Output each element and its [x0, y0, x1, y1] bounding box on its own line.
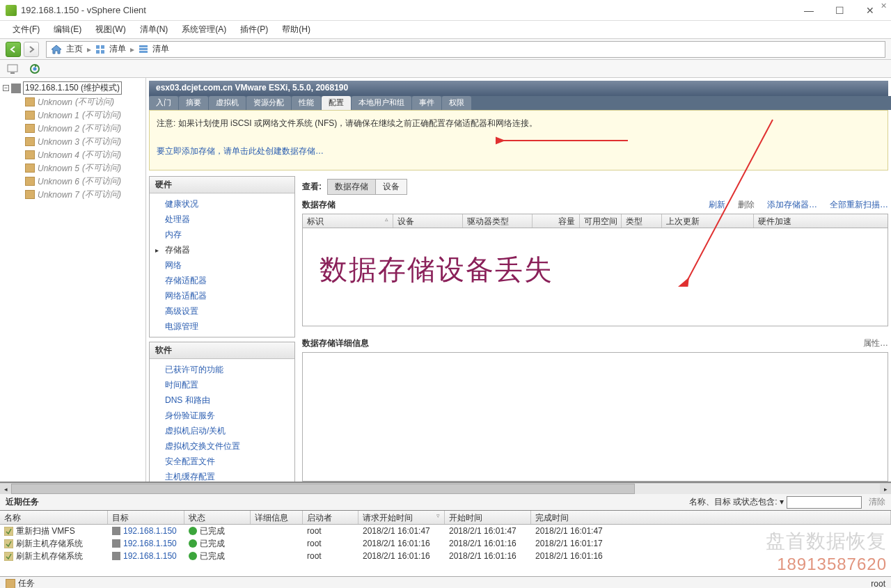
hw-advanced[interactable]: 高级设置: [150, 303, 294, 319]
svg-rect-14: [4, 539, 13, 548]
task-icon: [4, 527, 13, 536]
tab-performance[interactable]: 性能: [292, 96, 321, 110]
task-row[interactable]: 重新扫描 VMFS 192.168.1.150 已完成 root 2018/2/…: [0, 525, 891, 537]
sw-auth[interactable]: 身份验证服务: [150, 408, 294, 423]
rescan-all-link[interactable]: 全部重新扫描…: [830, 199, 888, 211]
sw-host-cache[interactable]: 主机缓存配置: [150, 469, 294, 482]
menu-plugins[interactable]: 插件(P): [233, 22, 275, 38]
task-grid: 名称 目标 状态 详细信息 启动者 请求开始时间 ▿ 开始时间 完成时间 重新扫…: [0, 511, 891, 576]
tab-vms[interactable]: 虚拟机: [209, 96, 246, 110]
menu-help[interactable]: 帮助(H): [275, 22, 317, 38]
menu-admin[interactable]: 系统管理(A): [175, 22, 233, 38]
col-drive-type[interactable]: 驱动器类型: [463, 214, 533, 228]
col-capacity[interactable]: 容量: [533, 214, 580, 228]
overlay-annotation: 数据存储设备丢失: [320, 251, 553, 289]
tree-item-name: Unknown 3: [38, 137, 79, 147]
horizontal-scrollbar[interactable]: ◂▸: [0, 483, 891, 494]
filter-input[interactable]: [787, 496, 862, 509]
task-row[interactable]: 刷新主机存储系统 192.168.1.150 已完成 root 2018/2/1…: [0, 550, 891, 562]
sw-dns[interactable]: DNS 和路由: [150, 392, 294, 408]
menu-inventory[interactable]: 清单(N): [133, 22, 175, 38]
sw-vm-startup[interactable]: 虚拟机启动/关机: [150, 423, 294, 438]
task-target[interactable]: 192.168.1.150: [123, 539, 177, 548]
tree-item[interactable]: Unknown 3 (不可访问): [1, 135, 144, 148]
task-start-time: 2018/2/1 16:01:16: [445, 538, 531, 549]
sw-time[interactable]: 时间配置: [150, 377, 294, 392]
tcol-start-time[interactable]: 开始时间: [445, 511, 531, 524]
crumb-home[interactable]: 主页: [66, 43, 83, 55]
tab-summary[interactable]: 摘要: [179, 96, 208, 110]
host-header: esx03.dcjet.com.cn VMware ESXi, 5.5.0, 2…: [149, 81, 888, 96]
crumb-inventory-1[interactable]: 清单: [109, 43, 126, 55]
sw-vm-swap[interactable]: 虚拟机交换文件位置: [150, 438, 294, 454]
task-start-time: 2018/2/1 16:01:47: [445, 525, 531, 537]
tcol-name[interactable]: 名称: [0, 511, 108, 524]
tree-item[interactable]: Unknown 1 (不可访问): [1, 109, 144, 122]
hw-storage[interactable]: 存储器: [150, 242, 294, 257]
tab-permissions[interactable]: 权限: [442, 96, 471, 110]
crumb-inventory-2[interactable]: 清单: [152, 43, 169, 55]
menu-view[interactable]: 视图(W): [88, 22, 132, 38]
tasks-icon[interactable]: [6, 579, 15, 589]
collapse-icon[interactable]: −: [3, 85, 9, 91]
task-target[interactable]: 192.168.1.150: [123, 526, 177, 536]
hw-power[interactable]: 电源管理: [150, 319, 294, 334]
add-storage-link[interactable]: 要立即添加存储，请单击此处创建数据存储…: [157, 146, 324, 156]
maximize-button[interactable]: ☐: [824, 5, 855, 16]
sw-security[interactable]: 安全配置文件: [150, 454, 294, 469]
tcol-target[interactable]: 目标: [108, 511, 184, 524]
tab-events[interactable]: 事件: [412, 96, 441, 110]
panel-close-icon[interactable]: ✕: [881, 1, 887, 10]
tab-configuration[interactable]: 配置: [322, 96, 351, 110]
tcol-status[interactable]: 状态: [184, 511, 251, 524]
sw-licensed[interactable]: 已获许可的功能: [150, 362, 294, 377]
hw-cpu[interactable]: 处理器: [150, 212, 294, 227]
hw-memory[interactable]: 内存: [150, 227, 294, 242]
back-button[interactable]: [6, 42, 21, 57]
tab-resource[interactable]: 资源分配: [246, 96, 291, 110]
col-id[interactable]: 标识 ▵: [303, 214, 393, 228]
clear-filter[interactable]: 清除: [869, 496, 885, 508]
tree-item[interactable]: Unknown (不可访问): [1, 95, 144, 109]
col-free[interactable]: 可用空间: [580, 214, 622, 228]
hw-network[interactable]: 网络: [150, 257, 294, 273]
tree-root[interactable]: − 192.168.1.150 (维护模式): [1, 81, 144, 95]
menu-file[interactable]: 文件(F): [6, 22, 47, 38]
tab-users[interactable]: 本地用户和组: [352, 96, 411, 110]
col-hw-accel[interactable]: 硬件加速: [754, 214, 888, 228]
col-last-update[interactable]: 上次更新: [662, 214, 754, 228]
tcol-initiator[interactable]: 启动者: [303, 511, 358, 524]
tcol-details[interactable]: 详细信息: [251, 511, 303, 524]
tab-getting-started[interactable]: 入门: [149, 96, 178, 110]
tcol-finish-time[interactable]: 完成时间: [531, 511, 891, 524]
tree-item[interactable]: Unknown 6 (不可访问): [1, 175, 144, 188]
minimize-button[interactable]: —: [794, 5, 824, 16]
detail-panel: [302, 352, 888, 482]
hw-network-adapter[interactable]: 网络适配器: [150, 288, 294, 303]
hw-storage-adapter[interactable]: 存储适配器: [150, 273, 294, 288]
refresh-link[interactable]: 刷新: [709, 199, 725, 211]
view-devices[interactable]: 设备: [376, 180, 407, 194]
tree-item[interactable]: Unknown 4 (不可访问): [1, 148, 144, 161]
task-target[interactable]: 192.168.1.150: [123, 551, 177, 561]
svg-rect-1: [101, 45, 104, 49]
tasks-label[interactable]: 任务: [18, 578, 35, 588]
menu-edit[interactable]: 编辑(E): [47, 22, 88, 38]
software-panel: 软件 已获许可的功能 时间配置 DNS 和路由 身份验证服务 虚拟机启动/关机 …: [149, 342, 295, 482]
console-icon[interactable]: [7, 63, 18, 74]
refresh-icon[interactable]: [29, 63, 40, 74]
task-row[interactable]: 刷新主机存储系统 192.168.1.150 已完成 root 2018/2/1…: [0, 537, 891, 550]
forward-button[interactable]: [24, 42, 39, 57]
hw-health[interactable]: 健康状况: [150, 196, 294, 212]
tree-item[interactable]: Unknown 5 (不可访问): [1, 161, 144, 175]
tree-item[interactable]: Unknown 2 (不可访问): [1, 122, 144, 135]
tcol-req-time[interactable]: 请求开始时间 ▿: [358, 511, 445, 524]
view-datastores[interactable]: 数据存储: [328, 180, 376, 194]
delete-link[interactable]: 删除: [738, 199, 755, 211]
home-icon[interactable]: [51, 45, 62, 54]
col-type[interactable]: 类型: [622, 214, 662, 228]
add-storage-action[interactable]: 添加存储器…: [767, 199, 817, 211]
tree-item[interactable]: Unknown 7 (不可访问): [1, 188, 144, 201]
properties-link[interactable]: 属性…: [863, 337, 888, 349]
col-device[interactable]: 设备: [393, 214, 463, 228]
